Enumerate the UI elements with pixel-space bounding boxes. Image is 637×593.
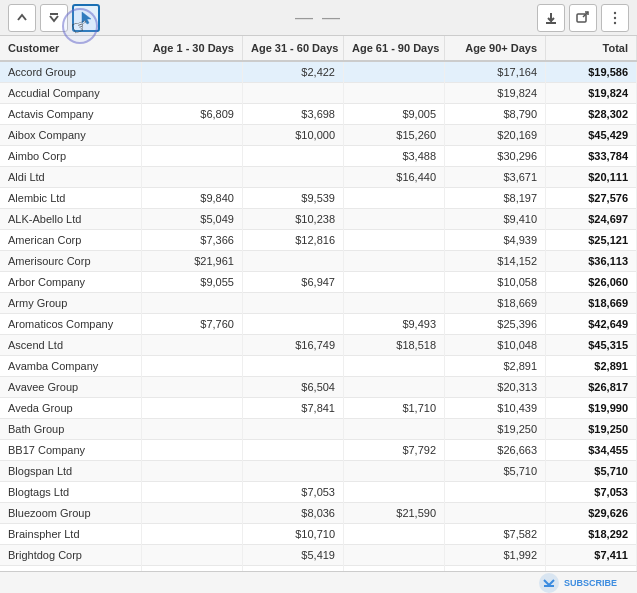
cell-total: $19,990 (546, 398, 637, 419)
cell-amount (445, 566, 546, 572)
subscribe-label: SUBSCRIBE (564, 578, 617, 588)
table-row: Aibox Company$10,000$15,260$20,169$45,42… (0, 125, 637, 146)
cell-amount (242, 293, 343, 314)
cell-total: $27,576 (546, 188, 637, 209)
cell-amount: $30,296 (445, 146, 546, 167)
cell-amount: $6,809 (141, 104, 242, 125)
cell-customer: Browsebug Company (0, 566, 141, 572)
cell-total: $26,060 (546, 272, 637, 293)
cell-total: $33,784 (546, 146, 637, 167)
table-row: Accudial Company$19,824$19,824 (0, 83, 637, 104)
cell-amount: $19,250 (445, 419, 546, 440)
cell-amount (242, 314, 343, 335)
more-button[interactable] (601, 4, 629, 32)
cell-amount (242, 461, 343, 482)
cell-amount: $7,366 (141, 230, 242, 251)
cell-amount: $25,396 (445, 314, 546, 335)
cell-amount (445, 503, 546, 524)
cell-amount (141, 419, 242, 440)
cell-customer: Amerisourc Corp (0, 251, 141, 272)
cell-amount (141, 356, 242, 377)
cell-amount: $2,422 (242, 61, 343, 83)
cell-amount: $19,824 (445, 83, 546, 104)
cell-total: $26,817 (546, 377, 637, 398)
cell-amount (344, 251, 445, 272)
cell-amount: $8,036 (242, 503, 343, 524)
table-row: Aimbo Corp$3,488$30,296$33,784 (0, 146, 637, 167)
table-container[interactable]: Customer Age 1 - 30 Days Age 31 - 60 Day… (0, 36, 637, 571)
download-button[interactable] (537, 4, 565, 32)
cell-amount: $15,646 (242, 566, 343, 572)
cell-amount (141, 377, 242, 398)
cell-amount: $6,947 (242, 272, 343, 293)
cell-amount: $5,710 (445, 461, 546, 482)
cell-amount: $1,710 (344, 398, 445, 419)
table-row: Ascend Ltd$16,749$18,518$10,048$45,315 (0, 335, 637, 356)
cell-amount: $5,560 (141, 566, 242, 572)
cell-amount: $5,049 (141, 209, 242, 230)
cell-amount: $9,539 (242, 188, 343, 209)
sort-up-button[interactable] (8, 4, 36, 32)
table-row: Aldi Ltd$16,440$3,671$20,111 (0, 167, 637, 188)
cell-total: $25,121 (546, 230, 637, 251)
cell-amount (344, 566, 445, 572)
cell-customer: Avavee Group (0, 377, 141, 398)
subscribe-icon[interactable] (538, 572, 560, 594)
table-row: Blogtags Ltd$7,053$7,053 (0, 482, 637, 503)
cell-customer: Brainspher Ltd (0, 524, 141, 545)
table-body: Accord Group$2,422$17,164$19,586Accudial… (0, 61, 637, 571)
cell-amount: $9,005 (344, 104, 445, 125)
cell-amount (141, 482, 242, 503)
cell-amount: $4,939 (445, 230, 546, 251)
col-header-customer: Customer (0, 36, 141, 61)
cell-amount (242, 251, 343, 272)
table-header-row: Customer Age 1 - 30 Days Age 31 - 60 Day… (0, 36, 637, 61)
cell-amount (344, 61, 445, 83)
cell-amount (141, 440, 242, 461)
cell-amount (344, 230, 445, 251)
cell-amount (344, 545, 445, 566)
cell-amount: $6,504 (242, 377, 343, 398)
cell-amount (344, 209, 445, 230)
cell-amount: $10,439 (445, 398, 546, 419)
table-row: BB17 Company$7,792$26,663$34,455 (0, 440, 637, 461)
cell-customer: Aromaticos Company (0, 314, 141, 335)
cursor-button[interactable] (72, 4, 100, 32)
table-row: Army Group$18,669$18,669 (0, 293, 637, 314)
focus-button[interactable] (569, 4, 597, 32)
footer-bar: SUBSCRIBE (0, 571, 637, 593)
cell-customer: Brightdog Corp (0, 545, 141, 566)
cell-total: $19,824 (546, 83, 637, 104)
cell-total: $28,302 (546, 104, 637, 125)
cell-amount: $21,961 (141, 251, 242, 272)
table-row: Browsebug Company$5,560$15,646$21,206 (0, 566, 637, 572)
cell-amount (141, 335, 242, 356)
table-row: Accord Group$2,422$17,164$19,586 (0, 61, 637, 83)
cell-amount (344, 293, 445, 314)
table-row: ALK-Abello Ltd$5,049$10,238$9,410$24,697 (0, 209, 637, 230)
cell-total: $7,053 (546, 482, 637, 503)
cell-total: $19,586 (546, 61, 637, 83)
col-header-age4: Age 90+ Days (445, 36, 546, 61)
cell-amount: $2,891 (445, 356, 546, 377)
sort-down-button[interactable] (40, 4, 68, 32)
table-row: Avamba Company$2,891$2,891 (0, 356, 637, 377)
cell-amount: $17,164 (445, 61, 546, 83)
cell-amount: $10,710 (242, 524, 343, 545)
cell-amount (445, 482, 546, 503)
cell-amount (141, 461, 242, 482)
table-row: Alembic Ltd$9,840$9,539$8,197$27,576 (0, 188, 637, 209)
cell-amount (242, 356, 343, 377)
cell-customer: Ascend Ltd (0, 335, 141, 356)
cell-amount: $3,698 (242, 104, 343, 125)
cell-total: $2,891 (546, 356, 637, 377)
table-row: Amerisourc Corp$21,961$14,152$36,113 (0, 251, 637, 272)
table-row: Bath Group$19,250$19,250 (0, 419, 637, 440)
cell-amount (242, 419, 343, 440)
table-row: Arbor Company$9,055$6,947$10,058$26,060 (0, 272, 637, 293)
cell-amount (344, 356, 445, 377)
cell-amount: $10,238 (242, 209, 343, 230)
cell-amount: $20,313 (445, 377, 546, 398)
aging-table: Customer Age 1 - 30 Days Age 31 - 60 Day… (0, 36, 637, 571)
cell-customer: BB17 Company (0, 440, 141, 461)
